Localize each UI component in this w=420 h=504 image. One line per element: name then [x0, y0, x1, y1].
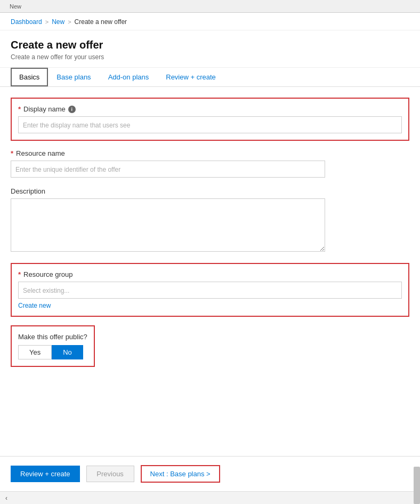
- public-offer-no-button[interactable]: No: [52, 345, 83, 359]
- resource-group-required: *: [18, 270, 21, 278]
- page-header: Create a new offer Create a new offer fo…: [0, 30, 420, 68]
- tab-basics[interactable]: Basics: [11, 68, 48, 86]
- display-name-label: * Display name i: [18, 105, 402, 113]
- breadcrumb-sep-2: >: [68, 19, 71, 25]
- public-offer-section: Make this offer public? Yes No: [11, 325, 95, 367]
- previous-button: Previous: [86, 466, 134, 482]
- description-textarea[interactable]: [11, 198, 325, 252]
- public-offer-toggles: Yes No: [18, 345, 87, 359]
- resource-group-label: * Resource group: [18, 270, 402, 278]
- footer-bar: Review + create Previous Next : Base pla…: [0, 456, 420, 491]
- display-name-input[interactable]: [18, 116, 402, 133]
- display-name-section: * Display name i: [11, 98, 409, 141]
- display-name-label-text: Display name: [23, 105, 66, 113]
- resource-name-label-text: Resource name: [16, 149, 65, 157]
- description-label-text: Description: [11, 187, 45, 195]
- create-new-link[interactable]: Create new: [18, 302, 51, 309]
- scrollbar[interactable]: [414, 467, 420, 504]
- tab-navigation: Basics Base plans Add-on plans Review + …: [0, 68, 420, 87]
- resource-name-required: *: [11, 149, 13, 157]
- page-title: Create a new offer: [11, 39, 409, 51]
- browser-tab-bar: New: [0, 0, 420, 13]
- back-arrow-icon[interactable]: ‹: [5, 494, 7, 502]
- bottom-bar: ‹: [0, 491, 420, 504]
- tab-label: New: [5, 3, 26, 10]
- display-name-info-icon[interactable]: i: [68, 106, 76, 113]
- description-section: Description: [11, 187, 409, 253]
- breadcrumb-sep-1: >: [45, 19, 49, 25]
- resource-group-label-text: Resource group: [23, 270, 73, 278]
- resource-group-input[interactable]: [18, 282, 402, 299]
- tab-review-create[interactable]: Review + create: [157, 68, 224, 86]
- public-offer-label: Make this offer public?: [18, 333, 87, 341]
- next-button[interactable]: Next : Base plans >: [141, 465, 220, 483]
- breadcrumb-dashboard[interactable]: Dashboard: [11, 18, 42, 26]
- review-create-button[interactable]: Review + create: [11, 466, 80, 482]
- resource-name-section: * Resource name: [11, 149, 409, 178]
- form-content: * Display name i * Resource name Descrip…: [0, 87, 420, 386]
- page-subtitle: Create a new offer for your users: [11, 53, 409, 61]
- description-label: Description: [11, 187, 409, 195]
- resource-name-label: * Resource name: [11, 149, 409, 157]
- resource-group-section: * Resource group Create new: [11, 263, 409, 317]
- breadcrumb-current: Create a new offer: [75, 18, 127, 26]
- display-name-required: *: [18, 105, 21, 113]
- breadcrumb-new[interactable]: New: [52, 18, 64, 26]
- tab-add-on-plans[interactable]: Add-on plans: [100, 68, 158, 86]
- public-offer-yes-button[interactable]: Yes: [18, 345, 52, 359]
- breadcrumb: Dashboard > New > Create a new offer: [0, 13, 420, 30]
- main-content: Dashboard > New > Create a new offer Cre…: [0, 13, 420, 477]
- tab-base-plans[interactable]: Base plans: [48, 68, 99, 86]
- resource-name-input[interactable]: [11, 161, 325, 178]
